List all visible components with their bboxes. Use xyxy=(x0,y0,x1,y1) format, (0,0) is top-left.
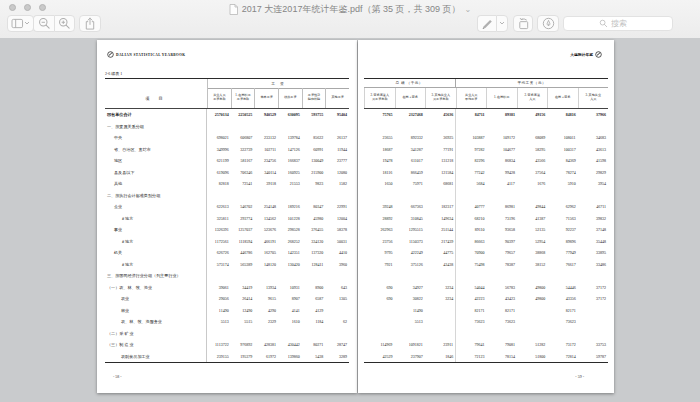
table-row: 农、林、牧、渔服务业5513551523291610118462 xyxy=(105,316,349,328)
column-header: 工资性津 贴和补贴 xyxy=(302,88,326,108)
table-cell: 466191 xyxy=(254,239,278,244)
table-cell: 142351 xyxy=(278,250,302,255)
table-cell: 147126 xyxy=(278,147,302,152)
table-cell: 239155 xyxy=(207,354,231,359)
column-header: 绩效工资 xyxy=(278,88,302,108)
table-cell: 84816 xyxy=(547,112,577,117)
table-cell: 38152 xyxy=(517,262,547,267)
markup-pen-icon xyxy=(481,18,493,30)
table-cell: 79641 xyxy=(455,339,486,351)
table-cell: 1846 xyxy=(425,354,455,359)
table-cell: 54446 xyxy=(547,285,577,290)
group-header-average: 平均工资（元） xyxy=(456,79,609,88)
wage-table-right: 总 额 （千元） 平均工资（元） 2. 劳务派遣人 员工资总额在岗＋劳务3. 其… xyxy=(364,78,608,363)
row-label: 事业 xyxy=(105,224,207,236)
sidebar-button[interactable] xyxy=(7,15,34,32)
table-cell: 104677 xyxy=(487,147,517,152)
table-cell: 51282 xyxy=(517,342,547,347)
table-cell: 4129 xyxy=(302,308,326,313)
table-row: 2375611503732174398666390397529548989635… xyxy=(364,236,608,248)
table-cell: 37172 xyxy=(578,285,608,290)
row-label: 农业 xyxy=(105,293,207,305)
table-cell: 698021 xyxy=(207,135,231,140)
table-cell: 62 xyxy=(325,319,349,324)
table-cell: 49800 xyxy=(517,285,547,290)
table-cell: 3289 xyxy=(325,354,349,359)
title-chevron-icon[interactable]: ⌄ xyxy=(464,5,471,14)
row-label: 一、按隶属关系分组 xyxy=(105,121,207,133)
table-row: 其他8281872541391182155398231582 xyxy=(105,178,349,190)
table-cell: 1091821 xyxy=(394,342,424,347)
table-cell: 86834 xyxy=(487,158,517,163)
row-label: 林业 xyxy=(105,305,207,317)
column-header: 在岗＋劳务 xyxy=(547,88,578,108)
table-cell: 45636 xyxy=(425,112,455,117)
table-cell: 217439 xyxy=(425,239,455,244)
table-cell: 100317 xyxy=(547,147,577,152)
table-cell: 80347 xyxy=(302,204,326,209)
table-cell: 76617 xyxy=(547,262,577,267)
table-cell: 37148 xyxy=(578,227,608,232)
table-cell: 1257037 xyxy=(231,227,255,232)
table-cell: 82296 xyxy=(455,155,486,167)
table-cell: 12004 xyxy=(325,216,349,221)
table-cell: 137320 xyxy=(302,250,326,255)
group-header-wages: 工 资 xyxy=(207,79,349,89)
row-label: 机关 xyxy=(105,247,207,259)
minimize-button[interactable] xyxy=(24,4,31,11)
table-row: （一）农、林、牧、渔业390613441913934109318900643 xyxy=(105,282,349,294)
rotate-button[interactable] xyxy=(513,15,533,32)
table-cell: 3960 xyxy=(325,262,349,267)
table-cell: 11490 xyxy=(394,308,424,313)
search-icon xyxy=(599,19,608,28)
zoom-out-button[interactable] xyxy=(33,15,54,32)
table-cell: 310845 xyxy=(394,216,424,221)
table-cell: 68089 xyxy=(517,135,547,140)
table-cell: 28747 xyxy=(325,342,349,347)
row-label: 地区 xyxy=(105,155,207,167)
table-row: （二）采 矿 业 xyxy=(105,328,349,340)
pdf-doc-icon xyxy=(229,4,238,15)
table-cell: 41387 xyxy=(517,216,547,221)
column-header: 在岗＋劳务 xyxy=(395,88,426,108)
table-cell: 28892 xyxy=(364,216,394,221)
table-cell: 8907 xyxy=(278,296,302,301)
share-button[interactable] xyxy=(79,15,101,32)
table-cell: 626726 xyxy=(207,250,231,255)
search-input[interactable] xyxy=(611,19,637,28)
table-cell: 22991 xyxy=(325,204,349,209)
table-number-label: 2-6 续表 1 xyxy=(105,71,122,76)
close-button[interactable] xyxy=(9,4,16,11)
table-row xyxy=(364,121,608,133)
table-cell: 160925 xyxy=(278,170,302,175)
column-header-row: 2. 劳务派遣人 员工资总额在岗＋劳务3. 其他从业人 员工资总额从业人员 平均… xyxy=(364,88,608,109)
table-cell: 215900 xyxy=(302,170,326,175)
table-row: 2889231084514963468210731964138771563398… xyxy=(364,213,608,225)
table-cell: 9823 xyxy=(302,181,326,186)
table-row: 4252923790718467212378154518007281459787 xyxy=(364,351,608,363)
table-cell: 5438 xyxy=(302,354,326,359)
table-cell: 195379 xyxy=(231,354,255,359)
markup-pen-dropdown[interactable] xyxy=(496,15,508,32)
table-cell: 940529 xyxy=(254,112,278,117)
table-cell: 341287 xyxy=(394,147,424,152)
markup-toolbar-button[interactable] xyxy=(537,15,559,32)
table-cell: 45980 xyxy=(302,216,326,221)
table-row: 国有单位合计2570134225052594052963009559375595… xyxy=(105,109,349,121)
table-cell: 35448 xyxy=(578,239,608,244)
brand-text: DALIAN STATISTICAL YEARBOOK xyxy=(116,53,185,57)
markup-pen-button[interactable] xyxy=(477,15,496,32)
page-number-right: - 59 - xyxy=(575,374,584,379)
table-cell: 79081 xyxy=(487,342,517,347)
zoom-window-button[interactable] xyxy=(39,4,46,11)
table-cell: 73196 xyxy=(487,216,517,221)
zoom-in-button[interactable] xyxy=(54,15,75,32)
table-cell: 619096 xyxy=(207,170,231,175)
table-cell: 1650 xyxy=(364,181,394,186)
table-row: 三、按国民经济行业分组（列主要行业） xyxy=(105,270,349,282)
table-cell: 2250525 xyxy=(231,112,255,117)
table-cell: 101228 xyxy=(278,216,302,221)
table-cell: 82171 xyxy=(455,305,486,317)
search-field[interactable] xyxy=(563,16,673,31)
column-header: 其他工资 xyxy=(325,88,349,108)
